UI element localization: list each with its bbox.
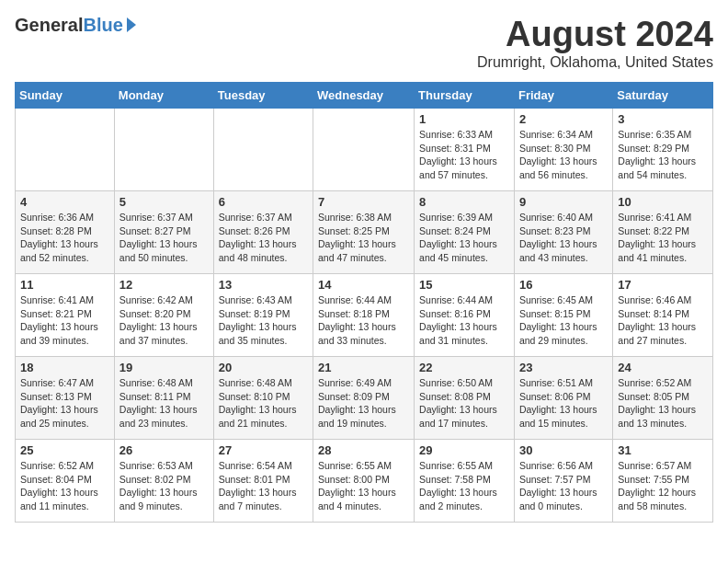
calendar-body: 1Sunrise: 6:33 AM Sunset: 8:31 PM Daylig… — [16, 109, 713, 523]
header: General Blue August 2024 Drumright, Okla… — [15, 15, 713, 71]
logo-arrow-icon — [127, 17, 136, 32]
day-number: 14 — [318, 278, 409, 292]
day-info: Sunrise: 6:53 AM Sunset: 8:02 PM Dayligh… — [119, 459, 209, 513]
calendar-cell: 14Sunrise: 6:44 AM Sunset: 8:18 PM Dayli… — [313, 274, 415, 357]
calendar-cell: 22Sunrise: 6:50 AM Sunset: 8:08 PM Dayli… — [415, 357, 515, 440]
day-info: Sunrise: 6:35 AM Sunset: 8:29 PM Dayligh… — [618, 128, 708, 182]
day-number: 5 — [119, 195, 209, 209]
day-number: 30 — [519, 443, 608, 457]
day-info: Sunrise: 6:56 AM Sunset: 7:57 PM Dayligh… — [519, 459, 608, 513]
day-number: 29 — [419, 443, 509, 457]
title-area: August 2024 Drumright, Oklahoma, United … — [477, 15, 713, 71]
day-info: Sunrise: 6:57 AM Sunset: 7:55 PM Dayligh… — [618, 459, 708, 513]
calendar-cell: 5Sunrise: 6:37 AM Sunset: 8:27 PM Daylig… — [114, 191, 213, 274]
day-info: Sunrise: 6:41 AM Sunset: 8:22 PM Dayligh… — [618, 211, 708, 265]
day-number: 4 — [20, 195, 109, 209]
day-number: 16 — [519, 278, 608, 292]
calendar-cell: 11Sunrise: 6:41 AM Sunset: 8:21 PM Dayli… — [16, 274, 115, 357]
day-number: 10 — [618, 195, 708, 209]
day-info: Sunrise: 6:55 AM Sunset: 7:58 PM Dayligh… — [419, 459, 509, 513]
calendar-header-monday: Monday — [114, 83, 213, 109]
day-number: 2 — [519, 112, 608, 126]
calendar-cell: 6Sunrise: 6:37 AM Sunset: 8:26 PM Daylig… — [213, 191, 313, 274]
day-info: Sunrise: 6:55 AM Sunset: 8:00 PM Dayligh… — [318, 459, 409, 513]
day-number: 11 — [20, 278, 109, 292]
day-info: Sunrise: 6:42 AM Sunset: 8:20 PM Dayligh… — [119, 293, 209, 348]
day-info: Sunrise: 6:44 AM Sunset: 8:18 PM Dayligh… — [318, 293, 409, 348]
calendar-week-row: 25Sunrise: 6:52 AM Sunset: 8:04 PM Dayli… — [16, 440, 713, 523]
day-info: Sunrise: 6:37 AM Sunset: 8:26 PM Dayligh… — [219, 211, 308, 265]
day-info: Sunrise: 6:33 AM Sunset: 8:31 PM Dayligh… — [419, 128, 509, 182]
day-number: 31 — [618, 443, 708, 457]
calendar-cell — [114, 109, 213, 191]
calendar-header-thursday: Thursday — [415, 83, 515, 109]
day-number: 27 — [219, 443, 308, 457]
day-info: Sunrise: 6:40 AM Sunset: 8:23 PM Dayligh… — [519, 211, 608, 265]
day-info: Sunrise: 6:49 AM Sunset: 8:09 PM Dayligh… — [318, 376, 409, 431]
day-number: 17 — [618, 278, 708, 292]
day-number: 9 — [519, 195, 608, 209]
day-info: Sunrise: 6:41 AM Sunset: 8:21 PM Dayligh… — [20, 293, 109, 348]
day-info: Sunrise: 6:48 AM Sunset: 8:10 PM Dayligh… — [219, 376, 308, 431]
calendar-cell — [213, 109, 313, 191]
location-subtitle: Drumright, Oklahoma, United States — [477, 54, 713, 71]
day-number: 22 — [419, 361, 509, 374]
calendar-cell: 8Sunrise: 6:39 AM Sunset: 8:24 PM Daylig… — [415, 191, 515, 274]
day-info: Sunrise: 6:46 AM Sunset: 8:14 PM Dayligh… — [618, 293, 708, 348]
calendar-week-row: 1Sunrise: 6:33 AM Sunset: 8:31 PM Daylig… — [16, 109, 713, 191]
calendar-cell: 20Sunrise: 6:48 AM Sunset: 8:10 PM Dayli… — [213, 357, 313, 440]
day-number: 12 — [119, 278, 209, 292]
calendar-cell: 13Sunrise: 6:43 AM Sunset: 8:19 PM Dayli… — [213, 274, 313, 357]
calendar-cell: 29Sunrise: 6:55 AM Sunset: 7:58 PM Dayli… — [415, 440, 515, 523]
day-number: 23 — [519, 361, 608, 374]
logo: General Blue — [15, 15, 136, 36]
calendar-header-row: SundayMondayTuesdayWednesdayThursdayFrid… — [16, 83, 713, 109]
calendar-header-sunday: Sunday — [16, 83, 115, 109]
day-info: Sunrise: 6:38 AM Sunset: 8:25 PM Dayligh… — [318, 211, 409, 265]
calendar-cell: 31Sunrise: 6:57 AM Sunset: 7:55 PM Dayli… — [613, 440, 713, 523]
calendar-cell: 10Sunrise: 6:41 AM Sunset: 8:22 PM Dayli… — [613, 191, 713, 274]
calendar-cell: 18Sunrise: 6:47 AM Sunset: 8:13 PM Dayli… — [16, 357, 115, 440]
day-number: 18 — [20, 361, 109, 374]
day-number: 1 — [419, 112, 509, 126]
calendar-cell: 4Sunrise: 6:36 AM Sunset: 8:28 PM Daylig… — [16, 191, 115, 274]
day-info: Sunrise: 6:50 AM Sunset: 8:08 PM Dayligh… — [419, 376, 509, 431]
day-number: 25 — [20, 443, 109, 457]
calendar-cell: 16Sunrise: 6:45 AM Sunset: 8:15 PM Dayli… — [514, 274, 612, 357]
calendar-cell: 7Sunrise: 6:38 AM Sunset: 8:25 PM Daylig… — [313, 191, 415, 274]
calendar-cell — [313, 109, 415, 191]
day-number: 28 — [318, 443, 409, 457]
day-info: Sunrise: 6:47 AM Sunset: 8:13 PM Dayligh… — [20, 376, 109, 431]
calendar-cell: 24Sunrise: 6:52 AM Sunset: 8:05 PM Dayli… — [613, 357, 713, 440]
day-info: Sunrise: 6:45 AM Sunset: 8:15 PM Dayligh… — [519, 293, 608, 348]
calendar-cell: 12Sunrise: 6:42 AM Sunset: 8:20 PM Dayli… — [114, 274, 213, 357]
calendar-cell: 17Sunrise: 6:46 AM Sunset: 8:14 PM Dayli… — [613, 274, 713, 357]
day-number: 6 — [219, 195, 308, 209]
calendar-cell: 9Sunrise: 6:40 AM Sunset: 8:23 PM Daylig… — [514, 191, 612, 274]
day-number: 26 — [119, 443, 209, 457]
day-number: 8 — [419, 195, 509, 209]
day-number: 3 — [618, 112, 708, 126]
day-number: 7 — [318, 195, 409, 209]
day-info: Sunrise: 6:44 AM Sunset: 8:16 PM Dayligh… — [419, 293, 509, 348]
day-number: 21 — [318, 361, 409, 374]
calendar-header-wednesday: Wednesday — [313, 83, 415, 109]
day-info: Sunrise: 6:39 AM Sunset: 8:24 PM Dayligh… — [419, 211, 509, 265]
calendar-cell: 27Sunrise: 6:54 AM Sunset: 8:01 PM Dayli… — [213, 440, 313, 523]
day-info: Sunrise: 6:51 AM Sunset: 8:06 PM Dayligh… — [519, 376, 608, 431]
logo-blue-text: Blue — [83, 15, 122, 36]
day-info: Sunrise: 6:52 AM Sunset: 8:04 PM Dayligh… — [20, 459, 109, 513]
day-number: 20 — [219, 361, 308, 374]
calendar-cell: 28Sunrise: 6:55 AM Sunset: 8:00 PM Dayli… — [313, 440, 415, 523]
day-info: Sunrise: 6:34 AM Sunset: 8:30 PM Dayligh… — [519, 128, 608, 182]
day-info: Sunrise: 6:43 AM Sunset: 8:19 PM Dayligh… — [219, 293, 308, 348]
day-info: Sunrise: 6:37 AM Sunset: 8:27 PM Dayligh… — [119, 211, 209, 265]
day-number: 19 — [119, 361, 209, 374]
day-info: Sunrise: 6:36 AM Sunset: 8:28 PM Dayligh… — [20, 211, 109, 265]
calendar-cell: 19Sunrise: 6:48 AM Sunset: 8:11 PM Dayli… — [114, 357, 213, 440]
calendar-header-tuesday: Tuesday — [213, 83, 313, 109]
day-number: 15 — [419, 278, 509, 292]
calendar-week-row: 11Sunrise: 6:41 AM Sunset: 8:21 PM Dayli… — [16, 274, 713, 357]
calendar-cell: 15Sunrise: 6:44 AM Sunset: 8:16 PM Dayli… — [415, 274, 515, 357]
calendar-cell: 23Sunrise: 6:51 AM Sunset: 8:06 PM Dayli… — [514, 357, 612, 440]
